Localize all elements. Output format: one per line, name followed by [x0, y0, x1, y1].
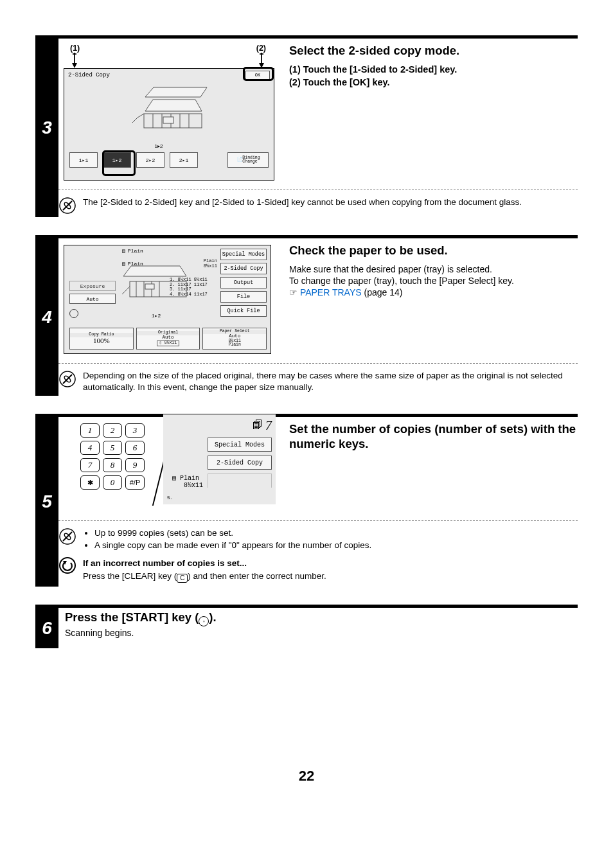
callout-2: (2) [256, 44, 266, 53]
step-body: To change the paper (tray), touch the [P… [289, 276, 578, 286]
keypad-0[interactable]: 0 [103, 475, 122, 490]
step-heading: Set the number of copies (number of sets… [289, 422, 578, 450]
quick-file-button[interactable]: Quick File [220, 305, 267, 317]
keypad-4[interactable]: 4 [80, 441, 100, 455]
keypad-7[interactable]: 7 [80, 458, 100, 472]
special-modes-button[interactable]: Special Modes [208, 438, 272, 452]
mode-1to2-button[interactable]: 1▸2 [103, 152, 131, 168]
svg-marker-4 [259, 63, 264, 68]
dashed-separator [58, 363, 578, 364]
screen-copy-main: ▤ Plain ▤ Plain Plain 8½x11 [64, 245, 271, 354]
keypad-graphic: 1 2 3 4 5 6 7 8 9 ✱ 0 #/ [64, 422, 276, 506]
duplex-indicator: 1▸2 [147, 313, 166, 319]
original-button[interactable]: Original Auto ▯ 8½x11 [136, 328, 200, 350]
paper-select-button[interactable]: Paper Select Auto 8½x11 Plain [202, 328, 267, 350]
start-key-icon: ◦ [199, 616, 209, 626]
step-number: 4 [35, 238, 58, 396]
file-button[interactable]: File [220, 291, 267, 303]
step-heading: Check the paper to be used. [289, 244, 578, 258]
keypad-pound[interactable]: #/P [125, 475, 145, 490]
step-number: 6 [35, 608, 58, 648]
step-number: 5 [35, 417, 58, 586]
svg-marker-13 [145, 100, 202, 111]
mode-1to1-button[interactable]: 1▸1 [69, 152, 98, 168]
keypad-star[interactable]: ✱ [80, 475, 100, 490]
keypad-6[interactable]: 6 [125, 441, 145, 455]
substep-1: (1) Touch the [1-Sided to 2-Sided] key. [289, 64, 578, 75]
2sided-copy-button[interactable]: 2-Sided Copy [220, 263, 267, 274]
keypad-8[interactable]: 8 [103, 458, 122, 472]
output-button[interactable]: Output [220, 277, 267, 288]
paper-icon: ▤ [172, 475, 176, 482]
note-text: The [2-Sided to 2-Sided] key and [2-Side… [83, 197, 522, 208]
mode-2to2-button[interactable]: 2▸2 [136, 152, 164, 168]
clear-key-icon: C [177, 574, 188, 583]
step-heading: Select the 2-sided copy mode. [289, 44, 578, 58]
step-6: 6 Press the [START] key (◦). Scanning be… [35, 605, 578, 648]
document-glass-graphic [131, 85, 208, 129]
page-number: 22 [0, 768, 613, 784]
dashed-separator [58, 520, 578, 521]
copy-ratio-button[interactable]: Copy Ratio 100% [69, 328, 134, 350]
tiny-text: 5. [167, 495, 173, 500]
step-body: Make sure that the desired paper (tray) … [289, 264, 578, 274]
note-icon [58, 197, 76, 215]
keypad-3[interactable]: 3 [125, 423, 145, 438]
undo-icon [58, 556, 76, 574]
link-line: ☞ PAPER TRAYS (page 14) [289, 287, 578, 297]
paper-type: Plain [128, 248, 143, 254]
svg-marker-14 [145, 87, 207, 97]
arrow-down-icon [257, 53, 266, 68]
svg-marker-1 [72, 63, 77, 68]
screen-2sided-copy: 2-Sided Copy OK [64, 68, 274, 181]
step-5: 5 1 2 3 4 5 6 7 8 [35, 414, 578, 586]
arrow-down-icon [70, 53, 79, 68]
step-number: 3 [35, 39, 58, 217]
orig-tray-icon: ▤ [122, 248, 125, 254]
pointer-icon: ☞ [289, 287, 298, 297]
step-body: Scanning begins. [65, 628, 578, 638]
keypad-1[interactable]: 1 [80, 423, 100, 438]
dashed-separator [58, 190, 578, 190]
paper-trays-link[interactable]: PAPER TRAYS [300, 287, 362, 297]
note-text: Depending on the size of the placed orig… [83, 370, 578, 393]
svg-rect-23 [145, 284, 154, 289]
copies-icon: 🗐 [253, 420, 263, 432]
note-icon [58, 370, 76, 388]
exposure-label: Exposure [69, 281, 116, 291]
keypad-9[interactable]: 9 [125, 458, 145, 472]
keypad-5[interactable]: 5 [103, 441, 122, 455]
callout-1: (1) [70, 44, 80, 53]
step-4: 4 ▤ Plain ▤ Plain [35, 235, 578, 396]
ok-button[interactable]: OK [245, 71, 270, 80]
keypad-2[interactable]: 2 [103, 423, 122, 438]
step-heading: Press the [START] key (◦). [65, 610, 578, 626]
step-3: 3 (1) (2) [35, 35, 578, 217]
screen-title: 2-Sided Copy [68, 72, 110, 78]
svg-marker-17 [123, 266, 186, 276]
2sided-copy-button[interactable]: 2-Sided Copy [208, 456, 272, 470]
auto-button[interactable]: Auto [69, 294, 116, 304]
screen-fragment: 🗐 7 Special Modes 2-Sided Copy [163, 414, 276, 504]
note-text: Up to 9999 copies (sets) can be set. A s… [83, 527, 371, 551]
special-modes-button[interactable]: Special Modes [220, 249, 267, 260]
mode-2to1-button[interactable]: 2▸1 [170, 152, 198, 168]
tray-list: 1. 8½x11 8½x11 2. 11x17 11x17 3. 11x17 4… [170, 278, 215, 297]
binding-change-button[interactable]: 📄 Binding Change [227, 152, 269, 168]
substep-2: (2) Touch the [OK] key. [289, 77, 578, 87]
note-icon [58, 527, 76, 545]
note-text: If an incorrect number of copies is set.… [83, 556, 326, 584]
svg-rect-12 [163, 117, 173, 123]
copy-count: 7 [265, 418, 272, 433]
dial-icon [69, 309, 78, 318]
duplex-indicator: 1▸2 [149, 143, 168, 149]
